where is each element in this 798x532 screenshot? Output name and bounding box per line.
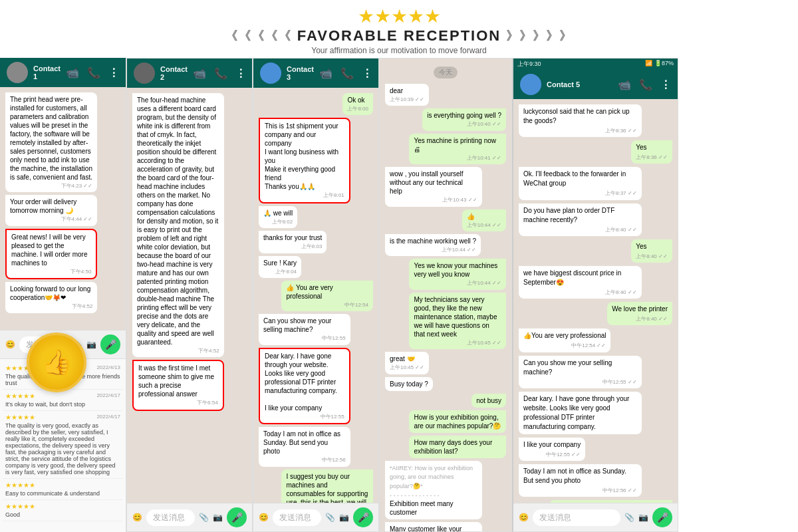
col2-send-button[interactable]: 🎤 — [227, 507, 247, 527]
col5-chat-window: 上午9:30 📶 🔋87% Contact 5 📹 📞 ⋮ luckyconso… — [513, 59, 678, 531]
col5-chat-header: Contact 5 📹 📞 ⋮ — [513, 70, 678, 99]
review-date-1: 2022/4/13 — [96, 364, 120, 370]
col2-camera-icon[interactable]: 📷 — [213, 513, 223, 522]
col2-video-icon[interactable]: 📹 — [193, 67, 206, 80]
review-stars-3: ★★★★★ — [5, 414, 35, 421]
favorable-title: 《《《《《 FAVORABLE RECEPTION 》》》》》 — [0, 27, 798, 45]
col5-send-button[interactable]: 🎤 — [652, 507, 672, 527]
col4-msg-4: wow , you install yourself without any o… — [385, 167, 482, 206]
col1-chat-header: Contact 1 📹 📞 ⋮ — [0, 58, 126, 87]
col4-msg-11: not busy — [471, 394, 506, 408]
col4-msg-3: Yes machine is printing now🖨上午10:41 ✓✓ — [409, 134, 506, 164]
col1-chat-name: Contact 1 — [33, 65, 61, 80]
col4-msg-1: dear上午10:39 ✓✓ — [385, 84, 429, 106]
col4-msg-6: is the machine working well ?上午10:44 ✓✓ — [385, 234, 481, 256]
col5-msg-10: Dear kary. I have gone through your webs… — [519, 392, 642, 434]
col5-camera-icon[interactable]: 📷 — [638, 513, 648, 522]
col2-call-icon[interactable]: 📞 — [214, 67, 227, 80]
col4-msg-7: Yes we know your machines very well you … — [409, 259, 506, 289]
col5-menu-icon[interactable]: ⋮ — [660, 78, 671, 91]
col4-msg-5: 👍上午10:44 ✓✓ — [462, 209, 506, 231]
col2-msg-2: It was the first time I met someone shim… — [132, 360, 224, 410]
col2-attach-icon[interactable]: 📎 — [199, 513, 209, 522]
message-2: Your order will delivery tomorrow mornin… — [5, 195, 97, 225]
emoji-icon[interactable]: 😊 — [5, 340, 15, 349]
col3-camera-icon[interactable]: 📷 — [339, 513, 349, 522]
col4-msg-12: How is your exhibition going, are our ma… — [409, 410, 506, 433]
col3-chat-name: Contact 3 — [287, 65, 314, 81]
review-stars-4: ★★★★★ — [5, 481, 35, 489]
col3-avatar — [260, 63, 281, 84]
col3-emoji-icon[interactable]: 😊 — [259, 513, 269, 522]
col2-msg-1: The four-head machine uses a different b… — [132, 93, 224, 357]
col5-msg-7-love-the-printer: We love the printer上午8:40 ✓✓ — [607, 302, 672, 325]
col5-attach-icon[interactable]: 📎 — [624, 513, 634, 522]
col2-header-icons: 📹 📞 ⋮ — [193, 67, 246, 80]
col3-send-button[interactable]: 🎤 — [353, 507, 373, 527]
review-date-3: 2022/4/17 — [96, 414, 120, 420]
col4-chat-window: 今天 dear上午10:39 ✓✓ is everything going we… — [380, 59, 511, 531]
col5-msg-6: we have biggest discount price in Septem… — [519, 266, 642, 299]
send-button[interactable]: 🎤 — [100, 334, 120, 354]
col5-call-icon[interactable]: 📞 — [639, 78, 652, 91]
col5: 上午9:30 📶 🔋87% Contact 5 📹 📞 ⋮ luckyconso… — [512, 58, 678, 532]
col2-menu-icon[interactable]: ⋮ — [235, 67, 246, 80]
col1-chat-window: Contact 1 📹 📞 ⋮ The print head were pre-… — [0, 58, 126, 358]
col5-msg-11: I like your company中午12:55 ✓✓ — [519, 438, 585, 461]
col4-msg-14: *AIIREY: How is your exhibition going, a… — [385, 461, 482, 520]
col4-msg-9: great 🤝上午10:45 ✓✓ — [385, 352, 429, 374]
header: ★★★★★ 《《《《《 FAVORABLE RECEPTION 》》》》》 Yo… — [0, 0, 798, 58]
col2-chat-name: Contact 2 — [160, 65, 188, 81]
col3-chat-body: Ok ok 上午8:00 This is 1st shipment your c… — [253, 88, 378, 503]
message-4: Looking forward to our long cooperation🤝… — [5, 282, 97, 313]
review-date-2: 2022/4/17 — [96, 392, 120, 398]
review-item-3: ★★★★★ 2022/4/17 The quality is very good… — [3, 411, 123, 479]
col3-chat-window: Contact 3 📹 📞 ⋮ Ok ok 上午8:00 This is 1st — [253, 59, 378, 531]
col1-chat-body: The print head were pre-installed for cu… — [0, 87, 126, 330]
col3-video-icon[interactable]: 📹 — [319, 67, 332, 80]
menu-icon[interactable]: ⋮ — [108, 66, 119, 79]
col3-msg-5: Sure ! Kary 上午8:04 — [259, 256, 301, 278]
col2-input[interactable]: 发送消息 — [146, 509, 195, 526]
col3-chat-footer[interactable]: 😊 发送消息 📎 📷 🎤 — [253, 503, 378, 531]
col5-avatar — [520, 74, 541, 95]
col3-msg-3: 🙏 we will 上午8:02 — [259, 206, 297, 228]
col3-menu-icon[interactable]: ⋮ — [362, 67, 372, 80]
col1-avatar — [7, 62, 28, 83]
thumbs-up-icon: 👍 — [42, 348, 72, 376]
col4-chat-body: 今天 dear上午10:39 ✓✓ is everything going we… — [380, 59, 511, 531]
video-icon[interactable]: 📹 — [66, 66, 79, 79]
col2-chat-window: Contact 2 📹 📞 ⋮ The four-head machine us… — [127, 59, 252, 531]
col2-emoji-icon[interactable]: 😊 — [132, 513, 142, 522]
col5-emoji-icon[interactable]: 😊 — [519, 513, 529, 522]
col3-msg-8: Dear kary. I have gone through your webs… — [259, 348, 350, 424]
col5-header-icons: 📹 📞 ⋮ — [618, 78, 671, 91]
review-stars-5: ★★★★★ — [5, 503, 35, 510]
col5-chat-footer[interactable]: 😊 发送消息 📎 📷 🎤 — [513, 503, 678, 531]
col5-msg-4: Do you have plan to order DTF machine re… — [519, 203, 642, 236]
col5-video-icon[interactable]: 📹 — [618, 78, 631, 91]
message-3: Great news! I will be very pleased to ge… — [5, 229, 97, 279]
col4-msg-8: My technicians say very good, they like … — [409, 293, 506, 349]
col2-chat-footer[interactable]: 😊 发送消息 📎 📷 🎤 — [127, 503, 252, 531]
col3-msg-7: Can you show me your selling machine? 中午… — [259, 314, 350, 344]
col5-input[interactable]: 发送消息 — [533, 509, 620, 526]
col5-chat-name: Contact 5 — [547, 80, 580, 88]
col5-msg-1: luckyconsol said that he can pick up the… — [519, 104, 642, 137]
message-1: The print head were pre-installed for cu… — [5, 92, 97, 192]
col3-attach-icon[interactable]: 📎 — [325, 513, 335, 522]
bubble-2: Your order will delivery tomorrow mornin… — [5, 195, 97, 225]
col5-msg-13: 您 I suggest you buy our machines and con… — [549, 500, 672, 503]
call-icon[interactable]: 📞 — [87, 66, 100, 79]
review-text-2: It's okay to wait, but don't stop — [5, 401, 120, 408]
col3-msg-6: 👍 You are very professional 中午12:54 — [281, 281, 373, 311]
col3-msg-9: Today I am not in office as Sunday. But … — [259, 427, 350, 466]
col2-chat-header: Contact 2 📹 📞 ⋮ — [127, 59, 252, 88]
col3-input[interactable]: 发送消息 — [273, 509, 321, 526]
arrows-right: 》》》》》 — [506, 28, 573, 44]
col3-chat-header: Contact 3 📹 📞 ⋮ — [253, 59, 378, 88]
col3-call-icon[interactable]: 📞 — [340, 67, 354, 80]
thumbs-badge: 👍 — [27, 332, 93, 399]
col2-avatar — [134, 63, 155, 84]
col5-status-bar: 上午9:30 📶 🔋87% — [513, 59, 678, 70]
